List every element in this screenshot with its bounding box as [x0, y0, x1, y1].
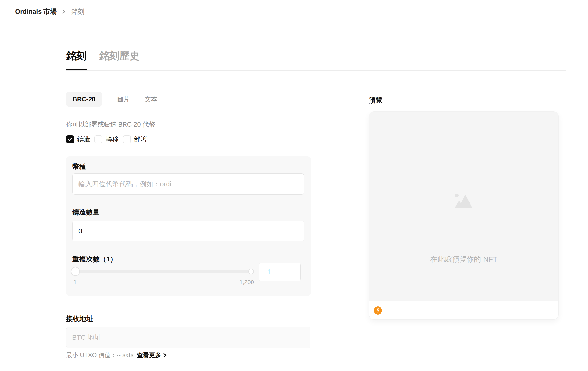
slider-end-cap: [248, 269, 254, 274]
receive-address-label: 接收地址: [66, 314, 93, 323]
breadcrumb-current: 銘刻: [71, 7, 84, 16]
mode-checkbox-group: 鑄造 轉移 部署: [66, 135, 147, 144]
chevron-right-icon: [62, 9, 66, 14]
nft-preview-media-area: 在此處預覽你的 NFT: [369, 111, 558, 301]
mode-transfer-label: 轉移: [105, 135, 119, 144]
chevron-right-icon: [163, 352, 167, 358]
mode-mint-label: 鑄造: [77, 135, 90, 144]
nft-preview-card: 在此處預覽你的 NFT: [369, 111, 558, 319]
slider-max-value: 1,200: [237, 279, 254, 286]
tab-divider: [66, 70, 566, 70]
tab-bar: 銘刻 銘刻歷史: [66, 50, 140, 62]
utxo-note-row: 最小 UTXO 價值：-- sats 查看更多: [66, 351, 167, 359]
preview-footer: [369, 301, 558, 319]
breadcrumb-root-link[interactable]: Ordinals 市場: [15, 7, 57, 16]
slider-handle[interactable]: [71, 267, 80, 276]
brc20-form-panel: 幣種 鑄造數量 重複次數（1） 1 1,200: [66, 156, 311, 296]
ticker-input[interactable]: [72, 173, 304, 195]
slider-track[interactable]: [73, 270, 253, 272]
mint-amount-input[interactable]: [72, 221, 304, 241]
see-more-link[interactable]: 查看更多: [137, 351, 167, 359]
repeat-count-input[interactable]: [259, 263, 301, 281]
checkbox-unchecked-icon: [94, 135, 103, 143]
bitcoin-icon: [374, 307, 382, 314]
tab-inscribe[interactable]: 銘刻: [66, 50, 86, 62]
image-placeholder-icon: [454, 193, 473, 210]
brc20-description: 你可以部署或鑄造 BRC-20 代幣: [66, 120, 155, 129]
mode-deploy[interactable]: 部署: [123, 135, 147, 144]
type-tab-brc20[interactable]: BRC-20: [66, 92, 102, 107]
ticker-label: 幣種: [72, 162, 86, 171]
breadcrumb: Ordinals 市場 銘刻: [15, 7, 84, 16]
slider-min-value: 1: [73, 279, 76, 286]
inscription-type-switcher: BRC-20 圖片 文本: [66, 92, 157, 107]
preview-empty-text: 在此處預覽你的 NFT: [369, 254, 558, 264]
checkbox-unchecked-icon: [123, 135, 131, 143]
checkbox-checked-icon: [66, 135, 74, 143]
see-more-label: 查看更多: [137, 351, 161, 359]
receive-address-input[interactable]: [66, 327, 310, 348]
mint-amount-label: 鑄造數量: [72, 208, 100, 217]
preview-title: 預覽: [368, 96, 382, 105]
mode-transfer[interactable]: 轉移: [94, 135, 119, 144]
mode-mint[interactable]: 鑄造: [66, 135, 90, 144]
repeat-slider: 1 1,200: [66, 261, 311, 292]
mode-deploy-label: 部署: [134, 135, 147, 144]
tab-inscribe-history[interactable]: 銘刻歷史: [99, 50, 140, 62]
type-tab-text[interactable]: 文本: [145, 95, 157, 103]
utxo-min-value-note: 最小 UTXO 價值：-- sats: [66, 351, 134, 359]
type-tab-image[interactable]: 圖片: [117, 95, 130, 103]
